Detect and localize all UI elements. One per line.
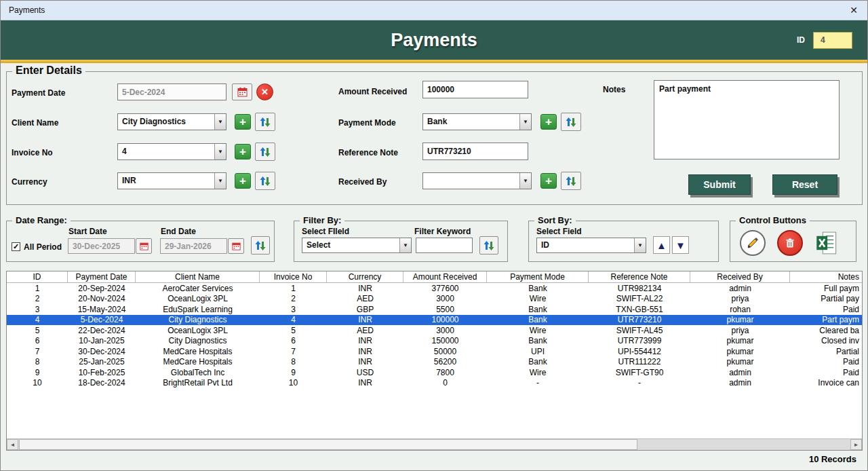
- column-header[interactable]: Payment Date: [68, 271, 136, 282]
- table-row[interactable]: 45-Dec-2024City Diagnostics4INR100000Ban…: [7, 315, 862, 326]
- export-excel-button[interactable]: [814, 229, 839, 257]
- refresh-currency-button[interactable]: [255, 172, 275, 190]
- table-cell: pkumar: [690, 347, 790, 356]
- calendar-icon: [237, 87, 248, 97]
- scroll-left-button[interactable]: ◄: [7, 439, 18, 450]
- add-invoice-button[interactable]: +: [235, 144, 251, 159]
- filter-keyword-input[interactable]: [416, 238, 473, 253]
- currency-combobox[interactable]: INR ▼: [117, 172, 226, 189]
- column-header[interactable]: Amount Received: [403, 271, 487, 282]
- scroll-right-button[interactable]: ►: [850, 439, 862, 450]
- edit-button[interactable]: [740, 230, 766, 256]
- refresh-received-by-button[interactable]: [561, 172, 581, 190]
- table-cell: UPI: [487, 347, 589, 356]
- h-scrollbar[interactable]: ◄ ►: [7, 438, 862, 450]
- table-cell: Paid: [790, 357, 862, 366]
- sort-field-combobox[interactable]: ID ▼: [536, 238, 646, 253]
- reset-label: Reset: [792, 179, 818, 190]
- table-cell: 15-May-2024: [68, 305, 136, 314]
- start-date-calendar-button[interactable]: [136, 238, 152, 254]
- plus-icon: +: [545, 175, 552, 187]
- table-cell: UTR982134: [589, 284, 690, 293]
- sort-asc-button[interactable]: ▲: [653, 236, 670, 254]
- sort-desc-button[interactable]: ▼: [672, 236, 689, 254]
- window-title: Payments: [9, 5, 45, 15]
- table-cell: SWIFT-GT90: [589, 368, 690, 377]
- filter-field-combobox[interactable]: Select ▼: [302, 238, 412, 253]
- table-row[interactable]: 522-Dec-2024OceanLogix 3PL5AED3000WireSW…: [7, 325, 862, 336]
- add-currency-button[interactable]: +: [235, 173, 251, 189]
- chevron-down-icon[interactable]: ▼: [634, 238, 646, 252]
- column-header[interactable]: Currency: [327, 271, 403, 282]
- end-date-field[interactable]: [160, 238, 227, 254]
- refresh-date-range-button[interactable]: [251, 236, 270, 255]
- amount-received-field[interactable]: [422, 81, 528, 98]
- table-cell: Wire: [487, 294, 589, 303]
- clear-date-button[interactable]: ✕: [256, 83, 273, 100]
- table-cell: rohan: [690, 305, 790, 314]
- reference-note-field[interactable]: [422, 143, 528, 160]
- table-cell: priya: [690, 294, 790, 303]
- close-icon[interactable]: ✕: [850, 5, 858, 16]
- table-row[interactable]: 730-Dec-2024MedCare Hospitals7INR50000UP…: [7, 346, 862, 357]
- table-cell: Partial pay: [790, 294, 862, 303]
- client-name-combobox[interactable]: City Diagnostics ▼: [117, 113, 226, 130]
- refresh-client-button[interactable]: [255, 113, 275, 131]
- table-cell: UTR111222: [589, 357, 690, 366]
- notes-field[interactable]: Part payment: [654, 80, 840, 159]
- table-row[interactable]: 315-May-2024EduSpark Learning3GBP5500Ban…: [7, 304, 862, 315]
- submit-button[interactable]: Submit: [688, 174, 751, 195]
- table-cell: Part paym: [790, 315, 862, 324]
- payment-date-field[interactable]: [117, 83, 226, 100]
- column-header[interactable]: Client Name: [136, 271, 260, 282]
- table-row[interactable]: 610-Jan-2025City Diagnostics6INR150000Ba…: [7, 336, 862, 347]
- received-by-combobox[interactable]: ▼: [422, 172, 532, 189]
- scroll-thumb[interactable]: [19, 439, 637, 450]
- client-name-label: Client Name: [12, 118, 58, 128]
- refresh-filter-button[interactable]: [479, 236, 498, 255]
- add-client-button[interactable]: +: [235, 114, 251, 130]
- add-received-by-button[interactable]: +: [540, 173, 557, 189]
- column-header[interactable]: ID: [7, 271, 68, 282]
- notes-label: Notes: [603, 85, 625, 94]
- table-row[interactable]: 910-Feb-2025GlobalTech Inc9USD7800WireSW…: [7, 367, 862, 378]
- table-cell: 25-Jan-2025: [68, 357, 136, 366]
- table-row[interactable]: 1018-Dec-2024BrightRetail Pvt Ltd10INR0-…: [7, 378, 862, 389]
- record-count: 10 Records: [809, 454, 856, 464]
- column-header[interactable]: Received By: [690, 271, 790, 282]
- column-header[interactable]: Invoice No: [260, 271, 327, 282]
- calendar-button[interactable]: [232, 83, 252, 100]
- invoice-no-combobox[interactable]: 4 ▼: [117, 143, 226, 160]
- table-cell: 5-Dec-2024: [68, 315, 136, 324]
- chevron-down-icon[interactable]: ▼: [214, 114, 226, 130]
- chevron-down-icon[interactable]: ▼: [519, 114, 531, 130]
- refresh-invoice-button[interactable]: [255, 143, 275, 161]
- table-cell: GBP: [327, 305, 403, 314]
- table-cell: 3000: [403, 294, 487, 303]
- table-row[interactable]: 825-Jan-2025MedCare Hospitals8INR56200Ba…: [7, 357, 862, 368]
- refresh-payment-mode-button[interactable]: [561, 113, 581, 131]
- table-row[interactable]: 220-Nov-2024OceanLogix 3PL2AED3000WireSW…: [7, 294, 862, 305]
- reset-button[interactable]: Reset: [772, 174, 837, 195]
- table-row[interactable]: 120-Sep-2024AeroCater Services1INR377600…: [7, 283, 862, 294]
- end-date-calendar-button[interactable]: [228, 238, 244, 254]
- calendar-icon: [232, 242, 241, 250]
- table-cell: 20-Sep-2024: [68, 284, 136, 293]
- sync-icon: [260, 176, 271, 187]
- chevron-down-icon[interactable]: ▼: [399, 238, 411, 252]
- column-header[interactable]: Notes: [790, 271, 862, 282]
- all-period-checkbox[interactable]: ✓: [12, 242, 20, 251]
- chevron-down-icon[interactable]: ▼: [214, 144, 226, 159]
- chevron-down-icon[interactable]: ▼: [214, 173, 226, 189]
- sync-icon: [260, 147, 271, 157]
- id-field[interactable]: [813, 32, 852, 49]
- add-payment-mode-button[interactable]: +: [540, 114, 557, 130]
- start-date-field[interactable]: [68, 238, 135, 254]
- table-cell: Paid: [790, 305, 862, 314]
- payment-mode-combobox[interactable]: Bank ▼: [422, 113, 532, 130]
- column-header[interactable]: Reference Note: [589, 271, 690, 282]
- delete-button[interactable]: [777, 230, 803, 256]
- column-header[interactable]: Payment Mode: [487, 271, 589, 282]
- chevron-down-icon[interactable]: ▼: [519, 173, 531, 189]
- table-cell: 50000: [403, 347, 487, 356]
